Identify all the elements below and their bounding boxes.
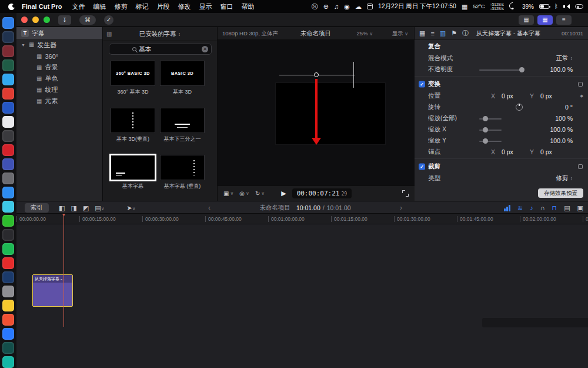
dock-app-icon[interactable]	[2, 74, 14, 85]
timeline-ruler[interactable]: 00:00:00.0000:00:15:00.0000:00:30:00.000…	[16, 214, 588, 224]
rotation-dial[interactable]	[516, 104, 523, 111]
dock-app-icon[interactable]	[2, 257, 14, 269]
crop-reset-icon[interactable]	[578, 164, 583, 169]
dock-app-icon[interactable]	[2, 173, 14, 184]
dock-app-icon[interactable]	[2, 229, 14, 241]
playhead[interactable]	[64, 214, 64, 327]
scale-x-slider[interactable]	[479, 130, 502, 131]
index-button[interactable]: 索引	[25, 203, 49, 213]
rotation-value[interactable]: 0 °	[565, 104, 573, 111]
dock-app-icon[interactable]	[2, 88, 14, 100]
app-name[interactable]: Final Cut Pro	[22, 3, 62, 10]
next-project-icon[interactable]: ›	[400, 204, 402, 212]
dock-app-icon[interactable]	[2, 300, 14, 311]
title-thumbnail[interactable]: 基本字幕	[111, 155, 155, 190]
zoom-popup[interactable]: 25% ∨	[356, 30, 373, 37]
search-input[interactable]	[139, 46, 202, 53]
dock-app-icon[interactable]	[2, 243, 14, 255]
viewer-canvas[interactable]	[218, 40, 415, 185]
timeline-body[interactable]: 从天掉落字幕 -...	[16, 224, 588, 368]
transform-checkbox[interactable]	[419, 81, 425, 87]
info-inspector-icon[interactable]: ⓘ	[462, 29, 469, 38]
menubar-menu[interactable]: 标记	[131, 2, 152, 11]
text-inspector-icon[interactable]: ≡	[430, 30, 434, 37]
volume-icon[interactable]	[563, 4, 570, 9]
dock-app-icon[interactable]	[2, 116, 14, 128]
dock-app-icon[interactable]	[2, 271, 14, 283]
video-inspector-icon[interactable]: ▥	[440, 29, 446, 37]
timeline-project-name[interactable]: 未命名项目	[259, 204, 290, 212]
dock-app-icon[interactable]	[2, 59, 14, 71]
overlays-popup[interactable]: ▣∨	[223, 190, 233, 197]
inspector-toggle-button[interactable]: ≡	[556, 15, 572, 25]
title-thumbnail[interactable]: BASIC 3D 基本 3D	[160, 61, 205, 96]
apple-logo-icon[interactable]	[8, 4, 15, 10]
dock-app-icon[interactable]	[2, 356, 14, 368]
dock-app-icon[interactable]	[2, 342, 14, 354]
dock-app-icon[interactable]	[2, 215, 14, 227]
menubar-menu[interactable]: 修改	[173, 2, 195, 11]
background-tasks-button[interactable]: ✓	[104, 15, 113, 25]
slider-knob[interactable]	[483, 127, 488, 132]
scale-y-value[interactable]: 100.0 %	[550, 137, 573, 144]
control-center-icon[interactable]	[575, 4, 583, 9]
scale-x-value[interactable]: 100.0 %	[550, 126, 573, 133]
save-effects-preset-button[interactable]: 存储效果预置	[538, 188, 583, 198]
menubar-menu[interactable]: 编辑	[89, 2, 110, 11]
slider-knob[interactable]	[483, 138, 488, 144]
bluetooth-icon[interactable]: ᛒ	[554, 4, 558, 9]
dock-app-icon[interactable]	[2, 187, 14, 198]
dock-app-icon[interactable]	[2, 328, 14, 340]
transform-tool-popup[interactable]: ◎∨	[239, 190, 249, 197]
position-x-value[interactable]: 0 px	[502, 92, 513, 100]
keyframe-icon[interactable]: ◆	[580, 94, 583, 98]
clip-appearance-icon[interactable]: ▤	[564, 204, 570, 212]
dock-app-icon[interactable]	[2, 130, 14, 142]
title-inspector-icon[interactable]: ▦	[419, 29, 425, 37]
title-thumbnail[interactable]: 360° BASIC 3D 360° 基本 3D	[111, 61, 155, 96]
scale-all-slider[interactable]	[479, 118, 502, 120]
disclosure-triangle-icon[interactable]: ▼	[21, 43, 26, 47]
scale-all-value[interactable]: 100 %	[555, 115, 573, 122]
position-y-value[interactable]: 0 px	[540, 92, 552, 100]
anchor-y-value[interactable]: 0 px	[540, 148, 552, 155]
video-icon[interactable]: ◉	[344, 4, 350, 10]
keyboard-icon[interactable]: ▦	[462, 4, 467, 10]
dock-app-icon[interactable]	[2, 158, 14, 170]
sidebar-item-generator-category[interactable]: 单色	[16, 73, 102, 84]
menubar-menu[interactable]: 窗口	[216, 2, 237, 11]
zoom-window-button[interactable]	[44, 16, 50, 23]
globe-icon[interactable]: ⊕	[323, 4, 329, 10]
menubar-clock[interactable]: 12月22日 周日 下午12:07:50	[378, 2, 456, 11]
view-popup[interactable]: 显示 ∨	[392, 30, 409, 38]
overwrite-edit-popup[interactable]: ▤∨	[95, 204, 104, 212]
opacity-value[interactable]: 100.0 %	[550, 66, 573, 73]
spotify-icon[interactable]: Ⓢ	[312, 4, 318, 10]
crop-checkbox[interactable]	[419, 163, 425, 170]
slider-knob[interactable]	[519, 67, 524, 72]
dock-app-icon[interactable]	[2, 144, 14, 156]
dock-app-icon[interactable]	[2, 102, 14, 114]
sidebar-item-titles[interactable]: 字幕	[16, 27, 102, 39]
timeline-index-panel-icon[interactable]: ▣	[577, 204, 583, 212]
browser-header[interactable]: 已安装的字幕 ↕	[103, 27, 217, 41]
skimming-icon[interactable]: ≋	[517, 204, 523, 212]
dock-app-icon[interactable]	[2, 201, 14, 213]
browser-toggle-button[interactable]: ▦	[519, 15, 534, 25]
battery-icon[interactable]	[539, 4, 549, 9]
dock-app-icon[interactable]	[2, 314, 14, 326]
dock-app-icon[interactable]	[2, 45, 14, 57]
fullscreen-icon[interactable]	[402, 190, 409, 197]
wifi-icon[interactable]	[509, 4, 517, 9]
title-thumbnail[interactable]: 基本下三分之一	[160, 108, 205, 143]
minimize-window-button[interactable]	[32, 16, 39, 23]
title-clip[interactable]: 从天掉落字幕 -...	[32, 274, 73, 307]
sidebar-item-generators[interactable]: ▼ 发生器	[16, 39, 102, 51]
music-icon[interactable]: ♫	[334, 4, 339, 10]
scale-y-slider[interactable]	[479, 141, 502, 142]
transform-anchor-handle[interactable]	[314, 72, 319, 77]
blend-mode-popup[interactable]: 正常 ↕	[556, 54, 573, 62]
audio-meters-icon[interactable]	[504, 205, 510, 211]
dock-app-icon[interactable]	[2, 286, 14, 297]
play-button[interactable]: ▶	[281, 190, 286, 197]
